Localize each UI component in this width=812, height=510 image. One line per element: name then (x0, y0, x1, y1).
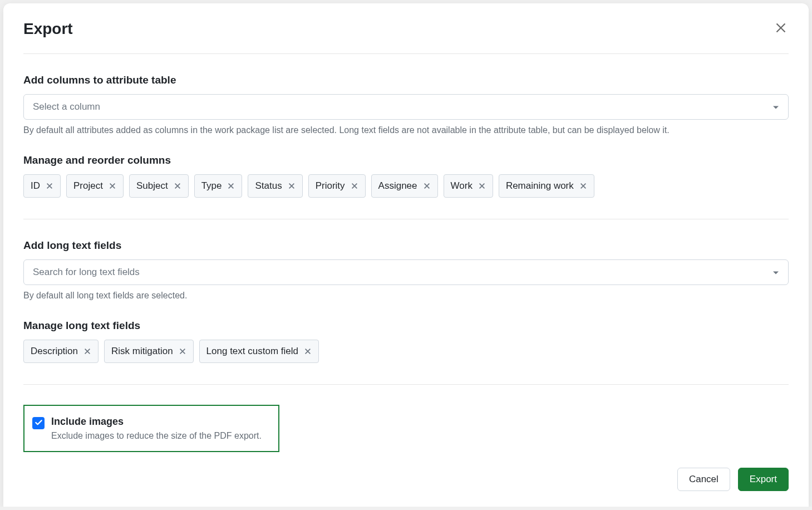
select-column-dropdown[interactable]: Select a column (23, 94, 789, 120)
chip-label: Long text custom field (206, 346, 298, 357)
column-chip[interactable]: Subject (129, 174, 189, 198)
chip-label: ID (31, 180, 40, 192)
chip-label: Type (201, 180, 222, 192)
column-chip[interactable]: Status (248, 174, 302, 198)
chip-label: Priority (316, 180, 345, 192)
manage-longtext-heading: Manage long text fields (23, 320, 789, 332)
longtext-chip-row: DescriptionRisk mitigationLong text cust… (23, 340, 789, 363)
add-longtext-section: Add long text fields Search for long tex… (23, 239, 789, 301)
add-longtext-help: By default all long text fields are sele… (23, 291, 789, 301)
include-images-checkbox[interactable] (32, 417, 45, 429)
manage-columns-heading: Manage and reorder columns (23, 154, 789, 166)
chip-remove-button[interactable] (579, 182, 587, 190)
column-chip[interactable]: Work (444, 174, 493, 198)
chip-label: Status (255, 180, 282, 192)
column-chip[interactable]: Long text custom field (199, 340, 319, 363)
search-longtext-dropdown[interactable]: Search for long text fields (23, 259, 789, 285)
chip-remove-button[interactable] (478, 182, 486, 190)
chip-remove-button[interactable] (423, 182, 431, 190)
modal-footer: Cancel Export (23, 468, 789, 491)
chip-remove-button[interactable] (351, 182, 358, 190)
add-longtext-heading: Add long text fields (23, 239, 789, 252)
chip-remove-button[interactable] (46, 182, 53, 190)
close-button[interactable] (773, 20, 789, 36)
select-column-placeholder: Select a column (33, 101, 100, 112)
chip-label: Work (451, 180, 473, 192)
add-columns-section: Add columns to attribute table Select a … (23, 74, 789, 135)
manage-longtext-section: Manage long text fields DescriptionRisk … (23, 320, 789, 363)
modal-header: Export (23, 20, 789, 54)
chip-remove-button[interactable] (304, 347, 312, 355)
cancel-button[interactable]: Cancel (677, 468, 730, 491)
chip-remove-button[interactable] (179, 347, 186, 355)
column-chip[interactable]: Priority (308, 174, 366, 198)
chip-label: Description (31, 346, 78, 357)
column-chip[interactable]: Risk mitigation (104, 340, 194, 363)
export-modal: Export Add columns to attribute table Se… (3, 3, 809, 507)
add-columns-heading: Add columns to attribute table (23, 74, 789, 86)
column-chip[interactable]: ID (23, 174, 61, 198)
column-chip[interactable]: Type (194, 174, 243, 198)
chip-label: Remaining work (506, 180, 574, 192)
section-divider (23, 384, 789, 385)
chip-remove-button[interactable] (288, 182, 296, 190)
column-chip[interactable]: Remaining work (499, 174, 594, 198)
chip-remove-button[interactable] (227, 182, 235, 190)
chip-label: Subject (136, 180, 168, 192)
caret-down-icon (772, 101, 779, 112)
column-chip[interactable]: Assignee (371, 174, 438, 198)
include-images-content: Include images Exclude images to reduce … (51, 416, 262, 441)
include-images-label: Include images (51, 416, 262, 428)
chip-label: Assignee (378, 180, 417, 192)
chip-remove-button[interactable] (174, 182, 181, 190)
section-divider (23, 219, 789, 219)
add-columns-help: By default all attributes added as colum… (23, 125, 789, 135)
columns-chip-row: IDProjectSubjectTypeStatusPriorityAssign… (23, 174, 789, 198)
check-icon (35, 418, 43, 429)
modal-title: Export (23, 20, 73, 38)
column-chip[interactable]: Project (66, 174, 124, 198)
search-longtext-placeholder: Search for long text fields (33, 267, 140, 278)
column-chip[interactable]: Description (23, 340, 99, 363)
chip-label: Risk mitigation (111, 346, 173, 357)
include-images-group: Include images Exclude images to reduce … (23, 405, 279, 452)
export-button[interactable]: Export (738, 468, 789, 491)
chip-remove-button[interactable] (83, 347, 91, 355)
chip-remove-button[interactable] (109, 182, 116, 190)
manage-columns-section: Manage and reorder columns IDProjectSubj… (23, 154, 789, 198)
chip-label: Project (73, 180, 103, 192)
include-images-help: Exclude images to reduce the size of the… (51, 431, 262, 441)
caret-down-icon (772, 267, 779, 278)
